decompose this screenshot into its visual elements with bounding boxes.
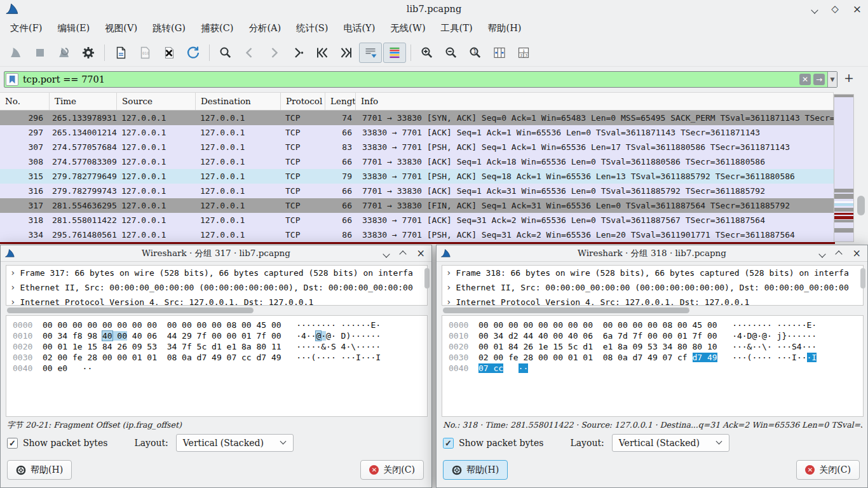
column-header-source[interactable]: Source bbox=[117, 93, 196, 110]
auto-scroll-button[interactable] bbox=[359, 43, 382, 63]
packet-detail-row[interactable]: ›Frame 318: 66 bytes on wire (528 bits),… bbox=[442, 266, 863, 280]
menu-item-3[interactable]: 跳转(G) bbox=[145, 19, 193, 37]
tree-hscrollbar[interactable] bbox=[6, 308, 428, 313]
hex-dump-line[interactable]: 0000 00 00 00 00 00 00 00 00 00 00 00 00… bbox=[449, 320, 863, 330]
save-file-button[interactable]: 010 bbox=[133, 43, 156, 63]
packet-detail-row[interactable]: ›Internet Protocol Version 4, Src: 127.0… bbox=[6, 295, 427, 306]
capture-options-button[interactable] bbox=[77, 43, 100, 63]
restart-capture-button[interactable] bbox=[53, 43, 76, 63]
zoom-in-button[interactable] bbox=[416, 43, 438, 63]
hex-dump-line[interactable]: 0020 00 01 84 26 1e 15 5c d1 e1 8a 09 53… bbox=[449, 341, 863, 352]
cell: TCP bbox=[281, 184, 325, 198]
hex-dump-line[interactable]: 0010 00 34 d2 44 40 00 40 06 6a 7d 7f 00… bbox=[449, 330, 863, 341]
close-icon[interactable]: × bbox=[853, 4, 862, 15]
packet-row-318[interactable]: 318281.558011422127.0.0.1127.0.0.1TCP663… bbox=[0, 213, 834, 227]
close-button[interactable]: ✕关闭(C) bbox=[360, 460, 424, 480]
hex-dump-line[interactable]: 0040 07 cc ·· bbox=[449, 363, 863, 374]
close-file-button[interactable] bbox=[158, 43, 180, 63]
hscrollbar-thumb[interactable] bbox=[443, 308, 689, 313]
column-header-length[interactable]: Length bbox=[325, 93, 356, 110]
display-filter-input[interactable]: tcp.port == 7701 ✕ → ▼ bbox=[4, 71, 837, 88]
filter-bookmark-icon[interactable] bbox=[6, 73, 18, 86]
packet-list-scrollbar[interactable] bbox=[855, 92, 868, 244]
scrollbar-thumb[interactable] bbox=[857, 196, 865, 215]
column-header-time[interactable]: Time bbox=[50, 93, 117, 110]
column-header-info[interactable]: Info bbox=[356, 93, 834, 110]
zoom-out-button[interactable] bbox=[440, 43, 463, 63]
column-header-destination[interactable]: Destination bbox=[196, 93, 281, 110]
menu-item-7[interactable]: 电话(Y) bbox=[336, 19, 383, 37]
close-button[interactable]: ✕关闭(C) bbox=[796, 460, 860, 480]
hex-dump-line[interactable]: 0010 00 34 f8 98 40 00 40 06 44 29 7f 00… bbox=[13, 330, 427, 341]
cell: 127.0.0.1 bbox=[196, 227, 281, 242]
packet-detail-row[interactable]: ›Internet Protocol Version 4, Src: 127.0… bbox=[442, 295, 863, 306]
menu-item-8[interactable]: 无线(W) bbox=[383, 19, 433, 37]
find-packet-button[interactable] bbox=[214, 43, 237, 63]
minimize-icon[interactable] bbox=[812, 3, 817, 15]
packet-detail-row[interactable]: ›Frame 317: 66 bytes on wire (528 bits),… bbox=[6, 266, 427, 280]
show-packet-bytes-checkbox[interactable]: ✓ bbox=[7, 438, 18, 449]
go-first-packet-button[interactable] bbox=[311, 43, 334, 63]
packet-row-316[interactable]: 316279.782799743127.0.0.1127.0.0.1TCP667… bbox=[0, 184, 834, 198]
tree-scrollbar-thumb[interactable] bbox=[424, 268, 430, 288]
intelligent-scrollbar[interactable] bbox=[834, 94, 854, 242]
menu-item-6[interactable]: 统计(S) bbox=[288, 19, 336, 37]
hex-dump-line[interactable]: 0000 00 00 00 00 00 00 00 00 00 00 00 00… bbox=[13, 320, 427, 330]
tree-hscrollbar[interactable] bbox=[442, 308, 864, 313]
hex-dump-line[interactable]: 0040 00 e0 ·· bbox=[13, 363, 427, 374]
restore-icon[interactable] bbox=[836, 248, 841, 259]
packet-row-296[interactable]: 296265.133978931127.0.0.1127.0.0.1TCP747… bbox=[0, 111, 834, 125]
go-forward-button[interactable] bbox=[262, 43, 285, 63]
help-button[interactable]: 帮助(H) bbox=[7, 460, 72, 480]
menu-item-1[interactable]: 编辑(E) bbox=[50, 19, 97, 37]
go-to-packet-button[interactable] bbox=[287, 43, 309, 63]
tree-scrollbar-thumb[interactable] bbox=[860, 268, 865, 288]
cell: 127.0.0.1 bbox=[196, 140, 281, 154]
show-packet-bytes-checkbox[interactable]: ✓ bbox=[443, 438, 454, 449]
hex-dump-line[interactable]: 0020 00 01 1e 15 84 26 09 53 34 7f 5c d1… bbox=[13, 341, 427, 352]
column-header-no[interactable]: No. bbox=[0, 93, 50, 110]
stop-capture-button[interactable] bbox=[29, 43, 51, 63]
packet-row-317[interactable]: 317281.554636295127.0.0.1127.0.0.1TCP667… bbox=[0, 198, 834, 213]
menu-item-4[interactable]: 捕获(C) bbox=[193, 19, 241, 37]
packet-detail-row[interactable]: ›Ethernet II, Src: 00:00:00_00:00:00 (00… bbox=[6, 280, 427, 295]
hex-dump-line[interactable]: 0030 02 00 fe 28 00 00 01 01 08 0a d7 49… bbox=[449, 352, 863, 363]
menu-item-9[interactable]: 工具(T) bbox=[433, 19, 480, 37]
menu-item-2[interactable]: 视图(V) bbox=[97, 19, 145, 37]
zoom-reset-button[interactable]: 1 bbox=[464, 43, 487, 63]
go-back-button[interactable] bbox=[238, 43, 261, 63]
packet-row-297[interactable]: 297265.134001214127.0.0.1127.0.0.1TCP663… bbox=[0, 125, 834, 140]
open-file-button[interactable] bbox=[109, 43, 132, 63]
help-button[interactable]: 帮助(H) bbox=[443, 460, 508, 480]
start-capture-button[interactable] bbox=[4, 43, 27, 63]
filter-add-button[interactable]: + bbox=[844, 72, 854, 84]
column-header-protocol[interactable]: Protocol bbox=[281, 93, 325, 110]
go-last-packet-button[interactable] bbox=[335, 43, 358, 63]
packet-detail-row[interactable]: ›Ethernet II, Src: 00:00:00_00:00:00 (00… bbox=[442, 280, 863, 295]
filter-clear-icon[interactable]: ✕ bbox=[799, 74, 811, 85]
layout-select[interactable]: Vertical (Stacked) bbox=[612, 434, 729, 452]
packet-row-308[interactable]: 308274.577083309127.0.0.1127.0.0.1TCP667… bbox=[0, 154, 834, 169]
filter-text[interactable]: tcp.port == 7701 bbox=[23, 74, 799, 85]
resize-columns-button[interactable] bbox=[488, 43, 511, 63]
filter-apply-icon[interactable]: → bbox=[813, 74, 825, 85]
minimize-icon[interactable] bbox=[820, 248, 825, 259]
colorize-button[interactable] bbox=[383, 43, 406, 63]
menu-item-5[interactable]: 分析(A) bbox=[241, 19, 288, 37]
restore-icon[interactable] bbox=[400, 248, 405, 259]
filter-dropdown-icon[interactable]: ▼ bbox=[827, 72, 837, 87]
close-icon[interactable]: × bbox=[417, 248, 425, 259]
hex-dump-line[interactable]: 0030 02 00 fe 28 00 00 01 01 08 0a d7 49… bbox=[13, 352, 427, 363]
menu-item-10[interactable]: 帮助(H) bbox=[480, 19, 529, 37]
maximize-icon[interactable]: ◇ bbox=[831, 4, 839, 14]
menu-item-0[interactable]: 文件(F) bbox=[3, 19, 50, 37]
layout-select[interactable]: Vertical (Stacked) bbox=[176, 434, 294, 452]
packet-row-315[interactable]: 315279.782779649127.0.0.1127.0.0.1TCP793… bbox=[0, 169, 834, 184]
hscrollbar-thumb[interactable] bbox=[7, 308, 254, 313]
layout-panes-button[interactable]: 123 bbox=[512, 43, 535, 63]
packet-row-334[interactable]: 334295.761480561127.0.0.1127.0.0.1TCP863… bbox=[0, 227, 834, 242]
packet-row-307[interactable]: 307274.577057684127.0.0.1127.0.0.1TCP833… bbox=[0, 140, 834, 154]
close-icon[interactable]: × bbox=[853, 248, 861, 259]
minimize-icon[interactable] bbox=[384, 248, 389, 259]
reload-file-button[interactable] bbox=[182, 43, 205, 63]
